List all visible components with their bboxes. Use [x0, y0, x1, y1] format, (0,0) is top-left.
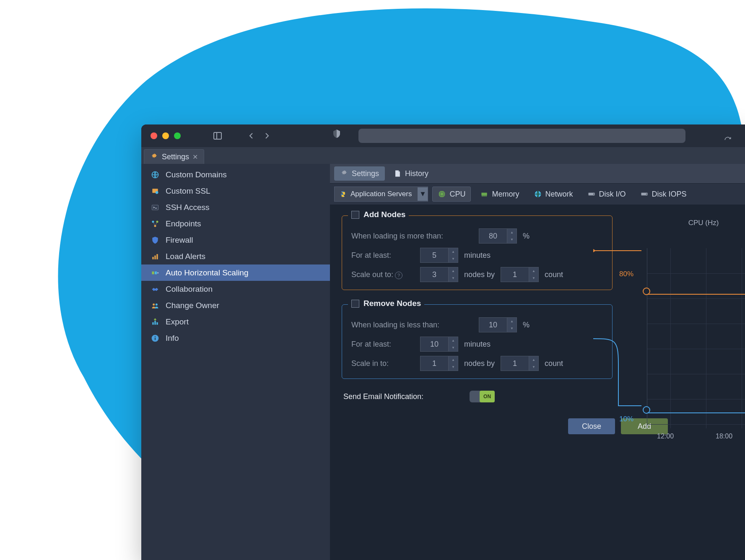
- svg-point-25: [344, 196, 345, 197]
- gear-icon: [150, 153, 158, 161]
- document-tabstrip: Settings ✕: [141, 147, 745, 164]
- network-icon: [534, 190, 542, 198]
- sidebar-item-label: Collaboration: [166, 285, 213, 294]
- remove-scale-label: Scale in to:: [351, 359, 414, 368]
- sidebar-item-label: Change Owner: [166, 301, 219, 310]
- nodes-by-label: nodes by: [464, 359, 495, 368]
- add-nodes-title: Add Nodes: [363, 210, 405, 219]
- svg-rect-10: [152, 257, 153, 259]
- add-scale-input[interactable]: [420, 267, 449, 282]
- sidebar-item-custom-ssl[interactable]: Custom SSL: [141, 183, 330, 199]
- remove-nodes-title: Remove Nodes: [363, 299, 421, 308]
- sidebar-item-ssh-access[interactable]: SSH Access: [141, 199, 330, 215]
- privacy-shield-icon[interactable]: [332, 129, 342, 139]
- svg-point-5: [156, 191, 158, 194]
- metric-label: Disk IOPS: [652, 190, 687, 199]
- sidebar-item-endpoints[interactable]: Endpoints: [141, 215, 330, 232]
- svg-rect-18: [154, 321, 156, 324]
- help-icon[interactable]: ?: [395, 272, 402, 279]
- svg-rect-28: [482, 193, 487, 196]
- remove-by-spinner[interactable]: ▲▼: [501, 356, 539, 371]
- sidebar-item-load-alerts[interactable]: Load Alerts: [141, 248, 330, 264]
- add-by-spinner[interactable]: ▲▼: [501, 267, 539, 282]
- server-dropdown-label: Application Servers: [350, 190, 412, 198]
- endpoints-icon: [151, 219, 160, 228]
- server-dropdown[interactable]: Application Servers ▼: [334, 187, 428, 202]
- remove-when-input[interactable]: [479, 317, 507, 332]
- metric-disk-io[interactable]: Disk I/O: [582, 187, 631, 201]
- shield-icon: [151, 236, 160, 245]
- remove-nodes-checkbox[interactable]: [351, 300, 359, 308]
- add-scale-spinner[interactable]: ▲▼: [420, 267, 458, 282]
- close-tab-icon[interactable]: ✕: [192, 153, 198, 161]
- svg-point-31: [593, 194, 594, 195]
- metric-network[interactable]: Network: [529, 187, 578, 201]
- sidebar-item-label: Firewall: [166, 236, 193, 245]
- disk-icon: [587, 190, 596, 198]
- reload-icon[interactable]: [721, 133, 735, 147]
- minimize-window-icon[interactable]: [162, 132, 169, 139]
- close-button[interactable]: Close: [568, 418, 615, 434]
- remove-scale-input[interactable]: [420, 356, 449, 371]
- back-icon[interactable]: [246, 131, 256, 141]
- metric-cpu[interactable]: CPU: [432, 187, 471, 202]
- settings-tab[interactable]: Settings ✕: [144, 149, 204, 164]
- sidebar-item-change-owner[interactable]: Change Owner: [141, 297, 330, 314]
- add-by-input[interactable]: [501, 267, 529, 282]
- remove-for-input[interactable]: [420, 337, 449, 352]
- sidebar-item-label: Endpoints: [166, 219, 201, 228]
- sidebar-item-label: SSH Access: [166, 203, 210, 212]
- sidebar-item-label: Auto Horizontal Scaling: [166, 268, 249, 277]
- connector-add: [593, 242, 648, 259]
- add-when-spinner[interactable]: ▲▼: [479, 228, 517, 244]
- svg-point-24: [342, 192, 343, 192]
- metric-memory[interactable]: Memory: [475, 187, 524, 201]
- svg-marker-34: [593, 249, 596, 252]
- sidebar-item-collaboration[interactable]: Collaboration: [141, 281, 330, 297]
- remove-for-spinner[interactable]: ▲▼: [420, 337, 458, 352]
- connector-remove: [593, 330, 648, 414]
- sidebar-item-info[interactable]: Info: [141, 330, 330, 346]
- main-panel: Settings History Application Servers ▼ C…: [330, 164, 745, 560]
- svg-point-7: [152, 220, 154, 223]
- svg-rect-21: [155, 337, 156, 340]
- export-icon: [151, 317, 160, 327]
- sidebar-item-custom-domains[interactable]: Custom Domains: [141, 166, 330, 183]
- sidebar-item-auto-horizontal-scaling[interactable]: Auto Horizontal Scaling: [141, 264, 330, 281]
- x-tick: 12:00: [657, 433, 674, 440]
- sidebar-toggle-icon[interactable]: [213, 131, 223, 141]
- remove-scale-spinner[interactable]: ▲▼: [420, 356, 458, 371]
- threshold-high-label: 80%: [619, 270, 633, 278]
- svg-rect-12: [156, 254, 158, 259]
- document-icon: [393, 169, 402, 178]
- chevron-down-icon[interactable]: ▼: [418, 187, 428, 201]
- sidebar-item-label: Export: [166, 317, 189, 327]
- sidebar-item-label: Custom Domains: [166, 170, 227, 179]
- add-for-spinner[interactable]: ▲▼: [420, 248, 458, 263]
- add-nodes-checkbox[interactable]: [351, 211, 359, 219]
- email-notification-label: Send Email Notification:: [343, 392, 423, 401]
- add-for-input[interactable]: [420, 248, 449, 263]
- add-scale-label: Scale out to:?: [351, 270, 414, 279]
- remove-when-spinner[interactable]: ▲▼: [479, 317, 517, 332]
- svg-point-15: [153, 303, 155, 306]
- add-when-label: When loading is more than:: [351, 232, 473, 241]
- svg-point-9: [154, 225, 156, 227]
- tab-history[interactable]: History: [387, 166, 434, 181]
- minutes-unit: minutes: [464, 251, 491, 260]
- users-icon: [151, 301, 160, 310]
- email-notification-toggle[interactable]: ON: [470, 391, 495, 402]
- sidebar-item-firewall[interactable]: Firewall: [141, 232, 330, 248]
- close-window-icon[interactable]: [151, 132, 157, 139]
- maximize-window-icon[interactable]: [174, 132, 181, 139]
- metric-label: CPU: [449, 190, 465, 199]
- metric-disk-iops[interactable]: Disk IOPS: [635, 187, 692, 201]
- threshold-high-line: [647, 294, 745, 295]
- sidebar-item-export[interactable]: Export: [141, 314, 330, 330]
- forward-icon[interactable]: [262, 131, 272, 141]
- remove-by-input[interactable]: [501, 356, 529, 371]
- url-bar[interactable]: [358, 129, 685, 143]
- add-when-input[interactable]: [479, 228, 507, 244]
- tab-settings[interactable]: Settings: [334, 166, 385, 181]
- metric-label: Network: [545, 190, 573, 199]
